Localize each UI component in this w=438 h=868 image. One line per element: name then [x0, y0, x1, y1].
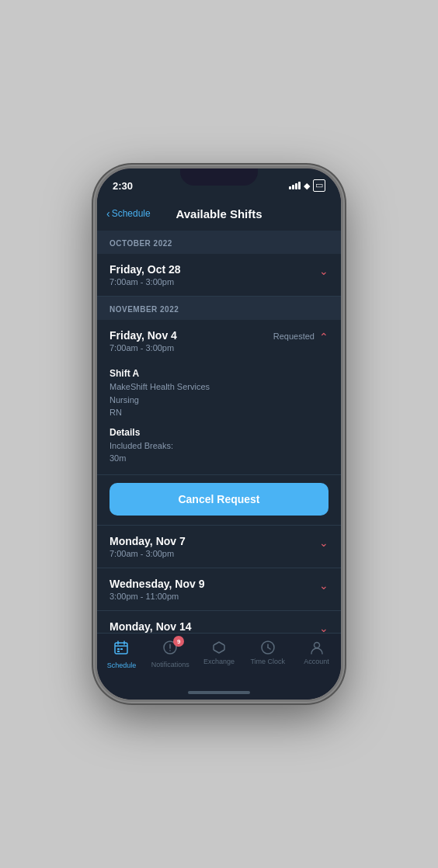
- svg-rect-4: [117, 648, 120, 650]
- shift-date-oct28: Friday, Oct 28: [110, 263, 181, 276]
- account-icon: [309, 640, 325, 655]
- tab-exchange-label: Exchange: [203, 658, 235, 665]
- details-breaks-label-nov4: Included Breaks:: [110, 439, 328, 453]
- tab-bar: Schedule 9 Notifications: [97, 633, 341, 686]
- section-header-oct: OCTOBER 2022: [97, 231, 341, 254]
- tab-account-label: Account: [304, 658, 329, 665]
- section-label-nov: NOVEMBER 2022: [110, 305, 179, 314]
- shift-row-nov9[interactable]: Wednesday, Nov 9 3:00pm - 11:00pm ⌄: [97, 568, 341, 611]
- shift-details-section-nov4: Details Included Breaks: 30m: [110, 427, 328, 465]
- shift-date-nov14: Monday, Nov 14: [110, 620, 192, 633]
- shift-time-nov9: 3:00pm - 11:00pm: [110, 592, 204, 601]
- shift-time-nov7: 7:00am - 3:00pm: [110, 549, 186, 558]
- back-button[interactable]: ‹ Schedule: [106, 207, 151, 220]
- schedule-icon: [113, 640, 129, 659]
- chevron-down-icon-nov14: ⌄: [319, 622, 328, 634]
- cancel-request-button[interactable]: Cancel Request: [110, 483, 328, 516]
- tab-schedule[interactable]: Schedule: [97, 640, 146, 669]
- exchange-icon: [211, 640, 227, 655]
- chevron-down-icon-nov9: ⌄: [319, 579, 328, 592]
- details-label-nov4: Details: [110, 427, 328, 438]
- shift-row-nov4[interactable]: Friday, Nov 4 7:00am - 3:00pm Requested …: [97, 320, 341, 362]
- tab-timeclock-label: Time Clock: [250, 658, 285, 665]
- home-indicator: [97, 686, 341, 700]
- notch: [180, 168, 258, 186]
- chevron-down-icon-oct28: ⌄: [319, 265, 328, 277]
- svg-point-15: [314, 643, 319, 648]
- status-icons: ◆ ▭: [289, 179, 325, 191]
- phone-shell: 2:30 ◆ ▭ ‹ Schedule Available Shifts: [95, 166, 343, 702]
- page-title: Available Shifts: [176, 207, 262, 220]
- tab-schedule-label: Schedule: [107, 661, 137, 669]
- timeclock-icon: [260, 640, 276, 655]
- wifi-icon: ◆: [304, 181, 310, 191]
- notifications-wrapper: 9: [162, 640, 178, 658]
- notification-badge: 9: [173, 636, 184, 647]
- tab-notifications-label: Notifications: [151, 661, 189, 668]
- battery-icon: ▭: [313, 179, 325, 191]
- signal-icon: [289, 182, 301, 189]
- tab-exchange[interactable]: Exchange: [195, 640, 244, 665]
- details-breaks-value-nov4: 30m: [110, 452, 328, 465]
- tab-timeclock[interactable]: Time Clock: [243, 640, 292, 665]
- shift-company-nov4: MakeShift Health Services: [110, 380, 328, 394]
- chevron-down-icon-nov7: ⌄: [319, 536, 328, 549]
- shift-role-nov4: RN: [110, 406, 328, 419]
- svg-line-14: [268, 648, 270, 649]
- shift-date-nov4: Friday, Nov 4: [110, 329, 177, 342]
- content-area[interactable]: OCTOBER 2022 Friday, Oct 28 7:00am - 3:0…: [97, 231, 341, 633]
- tab-notifications[interactable]: 9 Notifications: [146, 640, 195, 668]
- shift-dept-nov4: Nursing: [110, 394, 328, 407]
- back-label: Schedule: [112, 208, 151, 219]
- section-label-oct: OCTOBER 2022: [110, 239, 172, 248]
- shift-row-nov7[interactable]: Monday, Nov 7 7:00am - 3:00pm ⌄: [97, 526, 341, 568]
- shift-row-oct28[interactable]: Friday, Oct 28 7:00am - 3:00pm ⌄: [97, 254, 341, 297]
- back-chevron-icon: ‹: [106, 207, 110, 220]
- tab-account[interactable]: Account: [292, 640, 341, 665]
- section-header-nov: NOVEMBER 2022: [97, 297, 341, 320]
- status-time: 2:30: [113, 180, 133, 192]
- svg-rect-5: [120, 648, 123, 650]
- shift-row-nov14[interactable]: Monday, Nov 14 7:00am - 3:00pm ⌄: [97, 611, 341, 634]
- shift-time-nov4: 7:00am - 3:00pm: [110, 343, 177, 352]
- svg-rect-6: [117, 651, 120, 652]
- shift-details-nov4: Shift A MakeShift Health Services Nursin…: [97, 362, 341, 475]
- phone-screen: 2:30 ◆ ▭ ‹ Schedule Available Shifts: [97, 168, 341, 700]
- requested-badge-nov4: Requested: [273, 332, 315, 341]
- shift-name-nov4: Shift A: [110, 368, 328, 379]
- svg-point-9: [169, 650, 171, 651]
- shift-row-right-nov4: Requested ⌃: [273, 329, 328, 343]
- chevron-up-icon-nov4: ⌃: [319, 331, 328, 343]
- cancel-request-label: Cancel Request: [178, 493, 259, 505]
- shift-date-nov7: Monday, Nov 7: [110, 535, 186, 547]
- shift-time-oct28: 7:00am - 3:00pm: [110, 277, 181, 286]
- home-bar: [188, 691, 250, 694]
- shift-date-nov9: Wednesday, Nov 9: [110, 578, 204, 590]
- header: ‹ Schedule Available Shifts: [97, 196, 341, 231]
